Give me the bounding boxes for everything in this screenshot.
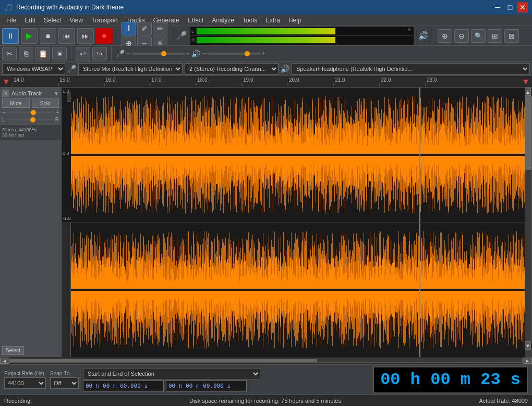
waveform-canvas-top (71, 88, 525, 222)
menu-select[interactable]: Select (40, 16, 65, 25)
output-device-select[interactable]: Speaker/Headphone (Realtek High Definiti… (292, 63, 530, 75)
zoom-out-button[interactable]: ⊖ (454, 29, 469, 43)
toolbar-separator-2 (172, 29, 172, 43)
pan-slider[interactable] (7, 119, 53, 120)
mute-button[interactable]: Mute (2, 99, 30, 108)
play-button[interactable]: ▶ (21, 28, 38, 44)
input-vol-icon: 🎤 (116, 50, 125, 58)
track-collapse-icon[interactable]: ▼ (54, 91, 59, 96)
menu-transport[interactable]: Transport (87, 16, 122, 25)
select-tool[interactable]: I (122, 22, 136, 35)
hscroll-track (9, 359, 523, 363)
record-button[interactable]: ● (96, 28, 113, 44)
vertical-scrollbar[interactable]: ▲ ▼ (525, 88, 532, 350)
status-disk-space: Disk space remaining for recording: 75 h… (135, 398, 397, 404)
track-volume-row: ─ + (2, 109, 59, 115)
track-pan-row: L R (2, 117, 59, 122)
menu-file[interactable]: File (2, 16, 20, 25)
scale-bot: -1.0 (63, 216, 71, 221)
snap-to-select[interactable]: Off (50, 377, 79, 389)
project-rate-section: Project Rate (Hz) 44100 (4, 371, 46, 389)
svg-text:14.0: 14.0 (14, 77, 24, 83)
menu-analyze[interactable]: Analyze (208, 16, 238, 25)
track-select-area: Select (0, 140, 61, 357)
tools-row-1: I ✐ ✏ (122, 22, 167, 35)
track-panel: × Audio Track ▼ Mute Solo ─ + L (0, 88, 62, 357)
menu-tools[interactable]: Tools (238, 16, 261, 25)
select-button[interactable]: Select (2, 346, 24, 355)
project-rate-select[interactable]: 44100 (4, 377, 46, 389)
input-device-select[interactable]: Stereo Mix (Realtek High Definition Audi… (78, 63, 183, 75)
paste-button[interactable]: 📋 (35, 47, 50, 60)
trim-button[interactable]: ▣ (52, 47, 67, 60)
app-icon: 🎵 (4, 3, 13, 11)
svg-text:17.0: 17.0 (151, 77, 162, 83)
skip-start-button[interactable]: ⏮ (58, 28, 75, 44)
toolbar-separator-1 (117, 29, 117, 43)
track-name-label: Audio Track (11, 90, 52, 96)
snap-to-section: Snap-To Off (50, 371, 79, 389)
pan-left: L (2, 117, 5, 122)
svg-text:23.0: 23.0 (427, 77, 437, 83)
menu-view[interactable]: View (65, 16, 87, 25)
title-bar: 🎵 Recording with Audacity in Dark theme … (0, 0, 532, 15)
window-title: Recording with Audacity in Dark theme (16, 4, 492, 11)
zoom-selection-button[interactable]: 🔍 (471, 29, 486, 43)
ruler-marker-right: ▼ (522, 77, 530, 87)
host-select[interactable]: Windows WASAPI (2, 63, 65, 75)
draw-tool[interactable]: ✏ (153, 22, 167, 35)
status-bar: Recording. Disk space remaining for reco… (0, 395, 532, 406)
cut-button[interactable]: ✂ (2, 47, 17, 60)
playhead-line-top (419, 88, 420, 222)
zoom-toggle-button[interactable]: ⊠ (504, 29, 519, 43)
envelope-tool[interactable]: ✐ (137, 22, 152, 35)
selection-start-field[interactable] (83, 380, 164, 392)
svg-rect-0 (13, 76, 519, 87)
svg-text:16.0: 16.0 (105, 77, 116, 83)
svg-text:18.0: 18.0 (197, 77, 208, 83)
channels-select[interactable]: 2 (Stereo) Recording Chann... (185, 63, 279, 75)
minimize-button[interactable]: ─ (492, 2, 503, 13)
scale-top: 1.0 (63, 89, 69, 94)
menu-effect[interactable]: Effect (184, 16, 208, 25)
undo-button[interactable]: ↩ (76, 47, 90, 60)
close-button[interactable]: ✕ (517, 2, 528, 13)
scroll-left-button[interactable]: ◄ (0, 358, 9, 364)
menu-help[interactable]: Help (284, 16, 306, 25)
scroll-up-button[interactable]: ▲ (525, 88, 531, 96)
scroll-down-button[interactable]: ▼ (525, 341, 531, 350)
stop-button[interactable]: ■ (40, 28, 56, 44)
solo-button[interactable]: Solo (32, 99, 59, 108)
selection-mode-select[interactable]: Start and End of Selection (83, 368, 260, 379)
copy-button[interactable]: ⎘ (19, 47, 33, 60)
svg-text:22.0: 22.0 (381, 77, 391, 83)
selection-area: Start and End of Selection (83, 368, 369, 392)
zoom-in-button[interactable]: ⊕ (438, 29, 452, 43)
horizontal-scrollbar[interactable]: ◄ ► (0, 357, 532, 364)
pan-knob (30, 117, 35, 122)
menu-edit[interactable]: Edit (20, 16, 40, 25)
track-name-row: × Audio Track ▼ (2, 90, 59, 97)
speaker-device-icon: 🔊 (281, 65, 289, 73)
vu-meters: L 0 R (190, 27, 414, 45)
maximize-button[interactable]: □ (505, 2, 515, 13)
track-buttons: Mute Solo (2, 99, 59, 108)
volume-slider[interactable] (8, 112, 54, 113)
waveform-area: Audio Track 1.0 0.0 -1.0 1.0 0.5 0.0 -0.… (62, 88, 525, 357)
window-controls: ─ □ ✕ (492, 2, 528, 13)
scroll-right-button[interactable]: ► (523, 358, 532, 364)
menu-extra[interactable]: Extra (261, 16, 284, 25)
track-close-button[interactable]: × (2, 90, 9, 97)
zoom-fit-button[interactable]: ⊞ (488, 29, 502, 43)
pause-button[interactable]: ⏸ (2, 28, 19, 44)
skip-end-button[interactable]: ⏭ (77, 28, 94, 44)
menu-bar: File Edit Select View Transport Tracks G… (0, 15, 532, 26)
ruler-marker-left: ▼ (2, 77, 10, 87)
track-header: × Audio Track ▼ Mute Solo ─ + L (0, 88, 61, 125)
redo-button[interactable]: ↪ (92, 47, 107, 60)
ruler-content: 14.0 15.0 16.0 17.0 18.0 19.0 20.0 21.0 (13, 76, 519, 87)
status-actual-rate: Actual Rate: 48000 (397, 398, 528, 404)
selection-end-field[interactable] (166, 380, 247, 392)
project-rate-label: Project Rate (Hz) (4, 371, 46, 376)
volume-knob (31, 110, 36, 115)
